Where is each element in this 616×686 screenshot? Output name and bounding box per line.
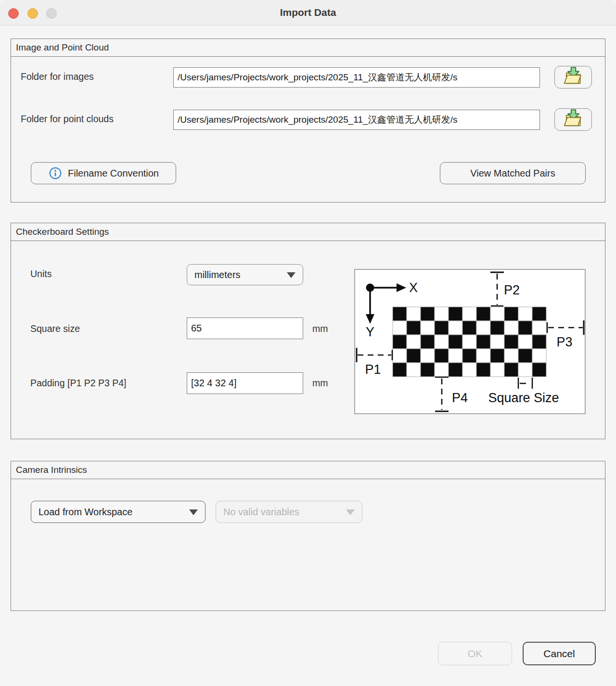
import-data-dialog: Import Data Image and Point Cloud Folder… (0, 0, 616, 686)
chevron-down-icon (346, 509, 355, 515)
padding-label: Padding [P1 P2 P3 P4] (30, 378, 126, 389)
group-title: Camera Intrinsics (11, 461, 605, 479)
intrinsics-source-dropdown[interactable]: Load from Workspace (31, 501, 205, 523)
browse-point-clouds-folder-button[interactable] (554, 108, 592, 131)
checkerboard-pattern (393, 307, 546, 377)
units-label: Units (30, 268, 51, 279)
intrinsics-variables-dropdown: No valid variables (216, 501, 362, 523)
filename-convention-label: Filename Convention (68, 168, 159, 179)
p1-label: P1 (365, 362, 381, 377)
open-folder-down-arrow-icon (563, 109, 583, 130)
y-axis-label: Y (366, 325, 374, 339)
intrinsics-variables-selected-value: No valid variables (223, 507, 299, 518)
folder-for-point-clouds-input[interactable] (173, 110, 540, 130)
folder-for-point-clouds-label: Folder for point clouds (21, 114, 114, 125)
square-size-input[interactable] (187, 318, 303, 339)
ok-button: OK (438, 642, 512, 665)
p4-label: P4 (452, 391, 468, 405)
view-matched-pairs-label: View Matched Pairs (470, 168, 555, 179)
units-selected-value: millimeters (194, 269, 241, 280)
title-bar: Import Data (0, 0, 616, 25)
filename-convention-button[interactable]: Filename Convention (31, 162, 176, 184)
p2-label: P2 (504, 283, 520, 297)
padding-unit-label: mm (312, 378, 328, 389)
group-title: Checkerboard Settings (11, 223, 605, 241)
window-title: Import Data (0, 0, 616, 25)
checkerboard-diagram: X Y P2 P3 P1 P4 (354, 269, 586, 414)
cancel-button[interactable]: Cancel (523, 642, 596, 665)
chevron-down-icon (189, 509, 198, 515)
x-axis-label: X (409, 280, 418, 295)
square-size-label: Square size (30, 323, 80, 334)
square-size-unit-label: mm (312, 323, 328, 334)
folder-for-images-input[interactable] (173, 67, 540, 88)
group-checkerboard-settings: Checkerboard Settings Units millimeters … (11, 223, 605, 439)
view-matched-pairs-button[interactable]: View Matched Pairs (440, 162, 586, 184)
open-folder-down-arrow-icon (563, 66, 583, 88)
group-image-and-point-cloud: Image and Point Cloud Folder for images … (11, 38, 605, 203)
p3-label: P3 (556, 335, 572, 349)
padding-input[interactable] (187, 372, 303, 394)
group-title: Image and Point Cloud (11, 39, 605, 57)
units-dropdown[interactable]: millimeters (187, 264, 303, 285)
intrinsics-source-selected-value: Load from Workspace (38, 507, 132, 518)
info-circle-icon (48, 166, 63, 180)
browse-images-folder-button[interactable] (554, 66, 592, 89)
chevron-down-icon (287, 272, 295, 278)
group-camera-intrinsics: Camera Intrinsics Load from Workspace No… (11, 461, 605, 611)
folder-for-images-label: Folder for images (21, 71, 94, 82)
square-size-diagram-label: Square Size (488, 391, 559, 405)
